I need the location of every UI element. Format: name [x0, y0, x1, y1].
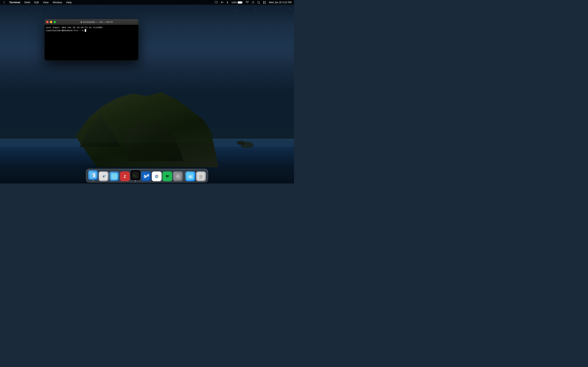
airplay-icon[interactable] [214, 0, 219, 5]
terminal-title-text: timothyelder — -zsh — 80×24 [83, 21, 113, 23]
menubar:  Terminal Shell Edit View Window Help [0, 0, 294, 5]
terminal-dot [135, 180, 136, 181]
dock-icon-trash[interactable] [196, 171, 206, 181]
dock-icon-chrome[interactable] [152, 171, 162, 181]
dock-item-spotify[interactable] [163, 171, 172, 181]
rock2 [237, 141, 245, 145]
dock-icon-mirror[interactable] [109, 171, 119, 181]
dock-item-radar[interactable]: Q [99, 171, 109, 181]
svg-text:>_: >_ [134, 174, 137, 176]
app-name[interactable]: Terminal [8, 0, 22, 5]
svg-point-7 [252, 1, 254, 2]
svg-rect-51 [178, 174, 178, 175]
minimize-button[interactable] [50, 21, 52, 23]
svg-rect-11 [265, 1, 266, 2]
dock-item-trash[interactable] [196, 171, 206, 181]
control-center-icon[interactable] [262, 0, 267, 5]
battery-display[interactable]: 100% [231, 0, 243, 5]
svg-point-19 [92, 175, 92, 175]
svg-point-47 [165, 174, 170, 179]
svg-point-45 [156, 176, 157, 177]
dock-icon-radar[interactable]: Q [99, 171, 109, 181]
svg-line-9 [259, 3, 260, 4]
menubar-right: 100% [214, 0, 292, 5]
menubar-left:  Terminal Shell Edit View Window Help [2, 0, 214, 5]
terminal-prompt: timothyelder@MacBook-Pro ~ % [46, 29, 137, 32]
menu-window[interactable]: Window [51, 0, 64, 5]
menu-help[interactable]: Help [65, 0, 73, 5]
terminal-body[interactable]: Last login: Wed Jan 25 16:20:13 on ttys0… [44, 25, 138, 60]
dock-icon-finder[interactable] [88, 170, 98, 180]
menu-shell[interactable]: Shell [23, 0, 32, 5]
search-icon[interactable] [256, 0, 261, 5]
dock-item-terminal[interactable]: >_ [131, 170, 140, 181]
svg-rect-52 [178, 178, 178, 178]
audio-icon[interactable] [220, 0, 224, 5]
dock: Q [86, 169, 208, 183]
desktop-background [0, 0, 294, 184]
svg-text:Q: Q [103, 175, 104, 178]
dock-item-mirror[interactable] [109, 171, 119, 181]
terminal-title: 🖥 timothyelder — -zsh — 80×24 [56, 21, 137, 23]
clock[interactable]: Wed Jan 25 4:22 PM [268, 0, 292, 5]
dock-icon-zotero[interactable]: Z [120, 171, 130, 181]
svg-rect-54 [179, 176, 180, 177]
menu-view[interactable]: View [41, 0, 50, 5]
terminal-cursor [85, 29, 86, 32]
terminal-titlebar: 🖥 timothyelder — -zsh — 80×24 [44, 19, 138, 25]
terminal-title-icon: 🖥 [80, 21, 82, 23]
svg-rect-62 [199, 175, 203, 176]
close-button[interactable] [46, 21, 49, 23]
svg-text:Z: Z [124, 175, 126, 179]
dock-separator [184, 171, 184, 180]
svg-rect-5 [242, 2, 243, 3]
dock-icon-terminal[interactable]: >_ [131, 170, 140, 180]
svg-point-20 [94, 175, 94, 175]
battery-percent: 100% [231, 1, 237, 4]
terminal-last-login: Last login: Wed Jan 25 16:20:13 on ttys0… [46, 26, 137, 29]
svg-rect-13 [265, 3, 266, 4]
maximize-button[interactable] [53, 21, 56, 23]
stars [0, 0, 294, 41]
apple-menu[interactable]:  [2, 0, 7, 5]
svg-rect-10 [263, 1, 264, 2]
svg-rect-6 [238, 1, 242, 3]
traffic-lights [46, 21, 56, 23]
user-icon[interactable] [251, 0, 255, 5]
dock-item-sysprefs[interactable] [173, 171, 183, 181]
bluetooth-icon[interactable] [226, 0, 229, 5]
dock-item-chrome[interactable] [152, 171, 162, 181]
dock-item-vscode[interactable] [141, 171, 151, 181]
dock-icon-sysprefs[interactable] [173, 171, 183, 181]
svg-point-50 [177, 176, 178, 177]
terminal-window: 🖥 timothyelder — -zsh — 80×24 Last login… [44, 19, 138, 60]
dock-item-finder[interactable] [88, 170, 98, 181]
dock-item-zotero[interactable]: Z [120, 171, 130, 181]
svg-rect-53 [176, 176, 177, 177]
wifi-icon[interactable] [245, 0, 250, 5]
svg-point-0 [216, 2, 217, 2]
dock-item-downloads[interactable] [186, 171, 195, 181]
dock-icon-spotify[interactable] [163, 171, 172, 181]
dock-icon-vscode[interactable] [141, 171, 151, 181]
menu-edit[interactable]: Edit [33, 0, 40, 5]
finder-dot [93, 180, 94, 181]
svg-rect-12 [263, 3, 264, 4]
dock-icon-downloads[interactable] [186, 171, 195, 181]
